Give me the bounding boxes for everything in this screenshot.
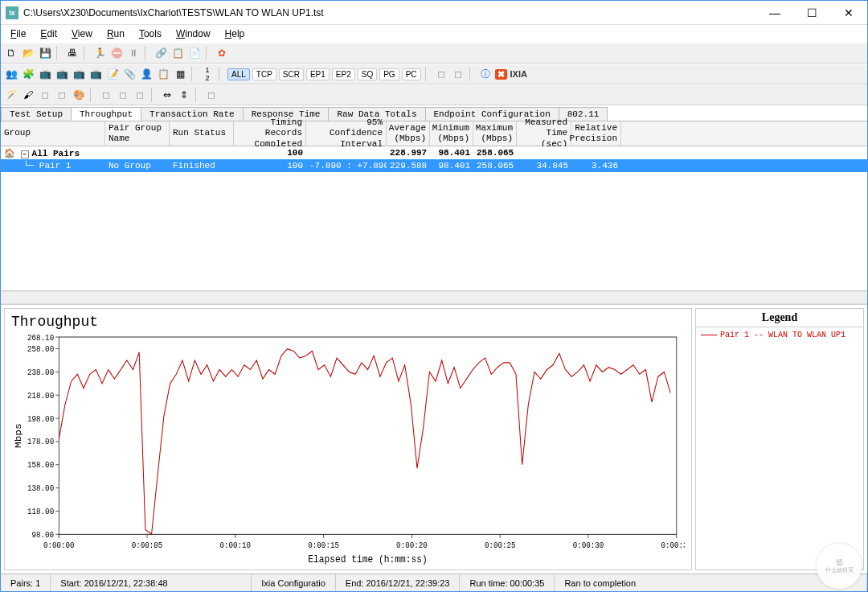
menubar: File Edit View Run Tools Window Help xyxy=(1,25,867,43)
col-group[interactable]: Group xyxy=(1,121,105,146)
pause-icon: ⏸ xyxy=(126,46,141,60)
filter-scr[interactable]: SCR xyxy=(279,68,304,80)
svg-text:0:00:30: 0:00:30 xyxy=(573,541,604,550)
titlebar: Ix C:\Users\X230\Documents\IxChariot\TES… xyxy=(1,1,867,25)
grid-hscroll[interactable] xyxy=(1,291,867,304)
svg-text:98.00: 98.00 xyxy=(32,530,55,540)
users-icon[interactable]: 👤 xyxy=(139,67,154,81)
tv4-icon[interactable]: 📺 xyxy=(88,67,103,81)
run-icon[interactable]: 🏃 xyxy=(92,46,107,60)
svg-text:0:00:05: 0:00:05 xyxy=(132,541,163,550)
menu-file[interactable]: File xyxy=(4,27,32,41)
info-icon[interactable]: ⓘ xyxy=(478,67,493,81)
link-icon[interactable]: 🔗 xyxy=(154,46,168,60)
col-max[interactable]: Maximum(Mbps) xyxy=(473,121,517,146)
zoomreset-icon[interactable]: ⇕ xyxy=(177,88,191,102)
save-icon[interactable]: 💾 xyxy=(38,46,52,60)
col-prec[interactable]: RelativePrecision xyxy=(571,121,621,146)
statusbar: Pairs: 1 Start: 2016/12/21, 22:38:48 Ixi… xyxy=(1,574,867,591)
tool-b-icon: ◻ xyxy=(451,67,465,81)
paste-icon[interactable]: 📄 xyxy=(187,46,202,60)
chart-plot[interactable]: 98.00118.00138.00158.00178.00198.00218.0… xyxy=(11,331,685,566)
minimize-button[interactable]: — xyxy=(756,1,793,25)
filter-pc[interactable]: PC xyxy=(402,68,421,80)
collapse-icon[interactable]: − xyxy=(21,150,29,158)
new-icon[interactable]: 🗋 xyxy=(4,46,18,60)
status-end: End: 2016/12/21, 22:39:23 xyxy=(336,574,461,591)
menu-tools[interactable]: Tools xyxy=(133,27,168,41)
brush-icon[interactable]: 🖌 xyxy=(21,88,35,102)
t3c-icon: ◻ xyxy=(99,88,113,102)
stop-icon: ⛔ xyxy=(109,46,124,60)
clip-icon[interactable]: 📎 xyxy=(122,67,137,81)
col-avg[interactable]: Average(Mbps) xyxy=(387,121,430,146)
print-icon[interactable]: 🖶 xyxy=(65,46,80,60)
svg-text:138.00: 138.00 xyxy=(27,484,54,494)
svg-text:218.00: 218.00 xyxy=(27,391,54,401)
tv2-icon[interactable]: 📺 xyxy=(55,67,69,81)
svg-text:238.00: 238.00 xyxy=(27,368,54,377)
filter-all[interactable]: ALL xyxy=(227,68,250,80)
t3b-icon: ◻ xyxy=(55,88,69,102)
tv3-icon[interactable]: 📺 xyxy=(72,67,86,81)
status-runtime: Run time: 00:00:35 xyxy=(460,574,555,591)
filter-sq[interactable]: SQ xyxy=(358,68,377,80)
t3f-icon: ◻ xyxy=(204,88,219,102)
svg-text:0:00:00: 0:00:00 xyxy=(43,541,75,550)
col-runstatus[interactable]: Run Status xyxy=(170,121,234,146)
svg-text:178.00: 178.00 xyxy=(27,438,54,447)
svg-text:0:00:25: 0:00:25 xyxy=(485,541,516,550)
menu-view[interactable]: View xyxy=(65,27,99,41)
menu-run[interactable]: Run xyxy=(100,27,131,41)
svg-text:Elapsed time (h:mm:ss): Elapsed time (h:mm:ss) xyxy=(308,554,427,566)
menu-edit[interactable]: Edit xyxy=(34,27,63,41)
doc-icon[interactable]: 📝 xyxy=(105,67,120,81)
svg-text:258.00: 258.00 xyxy=(27,345,54,355)
palette-icon[interactable]: 🎨 xyxy=(72,88,86,102)
filter-ep2[interactable]: EP2 xyxy=(332,68,355,80)
ixia-logo: ✖IXIA xyxy=(495,69,527,80)
puzzle-icon[interactable]: ✿ xyxy=(215,46,229,60)
open-icon[interactable]: 📂 xyxy=(21,46,35,60)
wand-icon[interactable]: 🪄 xyxy=(4,88,18,102)
filter-tcp[interactable]: TCP xyxy=(252,68,276,80)
chart-box: Throughput 98.00118.00138.00158.00178.00… xyxy=(4,308,692,570)
close-button[interactable]: ✕ xyxy=(830,1,867,25)
col-min[interactable]: Minimum(Mbps) xyxy=(430,121,473,146)
tab-test-setup[interactable]: Test Setup xyxy=(1,107,72,121)
maximize-button[interactable]: ☐ xyxy=(793,1,830,25)
filter-ep1[interactable]: EP1 xyxy=(306,68,330,80)
col-time[interactable]: MeasuredTime (sec) xyxy=(517,121,571,146)
status-cfg: Ixia Configuratio xyxy=(252,574,336,591)
sort-icon[interactable]: 12 xyxy=(200,67,215,81)
svg-rect-0 xyxy=(59,337,677,534)
pair-icon[interactable]: 👥 xyxy=(4,67,18,81)
zoomfit-icon[interactable]: ⇔ xyxy=(160,88,174,102)
svg-text:0:00:10: 0:00:10 xyxy=(220,541,252,550)
col-records[interactable]: Timing RecordsCompleted xyxy=(234,121,306,146)
tab-row: Test Setup Throughput Transaction Rate R… xyxy=(1,105,867,121)
filter-pg[interactable]: PG xyxy=(379,68,399,80)
col-pairgroup[interactable]: Pair GroupName xyxy=(105,121,170,146)
col-ci[interactable]: 95% ConfidenceInterval xyxy=(306,121,387,146)
legend-item[interactable]: Pair 1 -- WLAN TO WLAN UP1 xyxy=(696,327,863,343)
summary-row[interactable]: 🏠 −All Pairs 100 228.997 98.401 258.065 xyxy=(1,146,867,159)
copy-icon[interactable]: 📋 xyxy=(170,46,185,60)
t3a-icon: ◻ xyxy=(38,88,52,102)
tool-a-icon: ◻ xyxy=(434,67,448,81)
data-grid[interactable]: 🏠 −All Pairs 100 228.997 98.401 258.065 … xyxy=(1,146,867,291)
svg-text:0:00:20: 0:00:20 xyxy=(396,541,428,550)
tv1-icon[interactable]: 📺 xyxy=(38,67,52,81)
svg-text:198.00: 198.00 xyxy=(27,414,54,424)
window-title: C:\Users\X230\Documents\IxChariot\TESTS\… xyxy=(23,7,756,18)
chart-title: Throughput xyxy=(11,314,685,330)
group-icon[interactable]: 🧩 xyxy=(21,67,35,81)
tab-transaction-rate[interactable]: Transaction Rate xyxy=(141,107,244,121)
menu-window[interactable]: Window xyxy=(170,27,217,41)
grid-icon[interactable]: ▦ xyxy=(173,67,187,81)
table-row[interactable]: └─ Pair 1 No Group Finished 100 -7.890 :… xyxy=(1,159,867,172)
clip2-icon[interactable]: 📋 xyxy=(156,67,170,81)
tab-throughput[interactable]: Throughput xyxy=(71,107,141,121)
menu-help[interactable]: Help xyxy=(219,27,252,41)
legend-box: Legend Pair 1 -- WLAN TO WLAN UP1 xyxy=(695,308,864,570)
